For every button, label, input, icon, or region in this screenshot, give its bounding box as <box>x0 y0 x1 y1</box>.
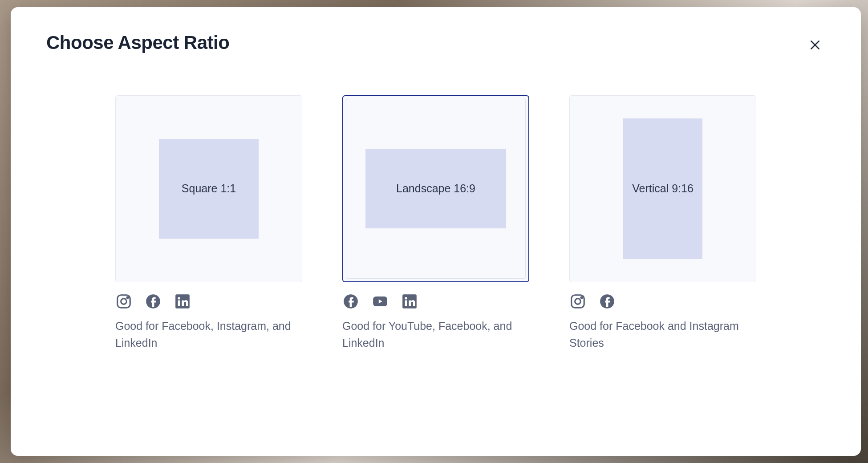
option-label: Landscape 16:9 <box>396 180 475 197</box>
option-landscape-card[interactable]: Landscape 16:9 <box>342 95 529 282</box>
option-vertical-icons <box>569 293 756 310</box>
svg-point-3 <box>121 299 127 305</box>
option-square-caption: Good for Facebook, Instagram, and Linked… <box>115 318 302 351</box>
option-label: Square 1:1 <box>182 180 236 197</box>
option-vertical: Vertical 9:16 Good for Facebook and Inst… <box>569 95 756 351</box>
aspect-ratio-options: Square 1:1 <box>46 95 825 351</box>
svg-point-7 <box>178 297 180 299</box>
svg-point-4 <box>127 297 128 298</box>
linkedin-icon <box>174 293 191 310</box>
option-vertical-caption: Good for Facebook and Instagram Stories <box>569 318 756 351</box>
svg-point-16 <box>581 297 582 298</box>
option-landscape: Landscape 16:9 Good fo <box>342 95 529 351</box>
svg-point-12 <box>405 297 407 299</box>
close-button[interactable] <box>805 35 825 55</box>
svg-point-15 <box>575 299 581 305</box>
svg-rect-8 <box>178 301 180 306</box>
landscape-shape: Landscape 16:9 <box>365 149 506 228</box>
option-label: Vertical 9:16 <box>632 180 694 197</box>
facebook-icon <box>342 293 359 310</box>
facebook-icon <box>145 293 162 310</box>
vertical-shape: Vertical 9:16 <box>623 118 702 259</box>
modal-title: Choose Aspect Ratio <box>46 32 229 53</box>
instagram-icon <box>115 293 132 310</box>
square-shape: Square 1:1 <box>159 139 259 239</box>
option-landscape-caption: Good for YouTube, Facebook, and LinkedIn <box>342 318 529 351</box>
option-square-card[interactable]: Square 1:1 <box>115 95 302 282</box>
option-landscape-icons <box>342 293 529 310</box>
modal-header: Choose Aspect Ratio <box>46 32 825 55</box>
option-vertical-card[interactable]: Vertical 9:16 <box>569 95 756 282</box>
aspect-ratio-modal: Choose Aspect Ratio Square 1:1 <box>11 7 861 456</box>
svg-rect-13 <box>405 301 407 306</box>
option-square-icons <box>115 293 302 310</box>
facebook-icon <box>599 293 616 310</box>
youtube-icon <box>372 293 389 310</box>
close-icon <box>808 38 822 52</box>
option-square: Square 1:1 <box>115 95 302 351</box>
instagram-icon <box>569 293 586 310</box>
linkedin-icon <box>401 293 418 310</box>
